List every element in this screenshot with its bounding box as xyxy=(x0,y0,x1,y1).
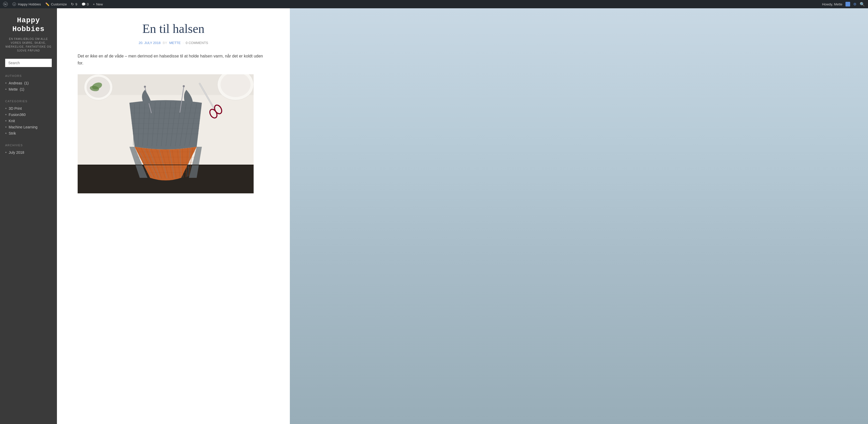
post-meta: 20. JULY 2018 BY METTE · 0 COMMENTS xyxy=(78,41,269,45)
svg-point-83 xyxy=(183,85,185,87)
archives-list: July 2018 xyxy=(5,149,52,156)
category-link-fusion360[interactable]: Fusion360 xyxy=(9,113,26,117)
category-knit[interactable]: Knit xyxy=(5,118,52,124)
right-background xyxy=(290,8,868,424)
post-date: 20. JULY 2018 xyxy=(139,41,161,45)
author-count-mette: (1) xyxy=(20,87,24,91)
post-comments: 0 COMMENTS xyxy=(186,41,208,45)
author-item-andreas[interactable]: Andreas (1) xyxy=(5,80,52,86)
categories-heading: CATEGORIES xyxy=(5,100,52,103)
archives-heading: ARCHIVES xyxy=(5,144,52,147)
category-ml[interactable]: Machine Learning xyxy=(5,124,52,130)
wp-logo-icon: W xyxy=(3,2,8,6)
customize-link[interactable]: ✏️ Customize xyxy=(45,2,67,6)
comments-link[interactable]: 💬 0 xyxy=(82,2,89,6)
archive-july2018[interactable]: July 2018 xyxy=(5,149,52,156)
category-fusion360[interactable]: Fusion360 xyxy=(5,112,52,118)
updates-icon: ↻ xyxy=(71,2,74,6)
svg-text:W: W xyxy=(4,3,7,6)
post-author: METTE xyxy=(169,41,181,45)
gray-knitting xyxy=(129,100,202,149)
category-link-3dprint[interactable]: 3D Print xyxy=(9,107,22,111)
comments-count: 0 xyxy=(87,2,89,6)
category-strik[interactable]: Strik xyxy=(5,130,52,137)
author-count-andreas: (1) xyxy=(24,81,29,85)
author-link-andreas[interactable]: Andreas (1) xyxy=(9,81,29,85)
comments-icon: 💬 xyxy=(82,2,86,6)
categories-list: 3D Print Fusion360 Knit Machine Learning… xyxy=(5,105,52,137)
wp-logo-link[interactable]: W xyxy=(3,2,8,6)
svg-text:H: H xyxy=(13,3,15,6)
post-separator: · xyxy=(183,41,184,45)
customize-icon: ✏️ xyxy=(45,2,50,6)
site-icon: H xyxy=(12,2,17,6)
blog-title: Happy Hobbies xyxy=(5,16,52,33)
updates-count: 9 xyxy=(75,2,77,6)
knitting-illustration xyxy=(78,74,254,193)
author-link-mette[interactable]: Mette (1) xyxy=(9,87,24,91)
main-content: En til halsen 20. JULY 2018 BY METTE · 0… xyxy=(57,8,290,424)
author-name-mette: Mette xyxy=(9,87,18,91)
updates-link[interactable]: ↻ 9 xyxy=(71,2,77,6)
page-wrapper: Happy Hobbies EN FAMILIEBLOG OM ALLE VOR… xyxy=(0,8,868,424)
admin-bar-icon-blue: ⚙ xyxy=(853,2,857,6)
plus-icon: + xyxy=(93,2,95,6)
category-3dprint[interactable]: 3D Print xyxy=(5,105,52,112)
authors-list: Andreas (1) Mette (1) xyxy=(5,80,52,92)
archive-link-july2018[interactable]: July 2018 xyxy=(9,150,24,155)
admin-bar: W H Happy Hobbies ✏️ Customize ↻ 9 💬 0 xyxy=(0,0,868,8)
admin-bar-right: Howdy, Mette ⚙ 🔍 xyxy=(822,2,865,7)
blog-subtitle: EN FAMILIEBLOG OM ALLE VORES SKØRE, SKÆV… xyxy=(5,37,52,53)
category-link-ml[interactable]: Machine Learning xyxy=(9,125,37,129)
category-link-knit[interactable]: Knit xyxy=(9,119,15,123)
admin-avatar[interactable] xyxy=(845,2,850,6)
post-by: BY xyxy=(163,41,167,45)
post-title: En til halsen xyxy=(78,21,269,36)
author-name-andreas: Andreas xyxy=(9,81,22,85)
search-icon-admin[interactable]: 🔍 xyxy=(860,2,865,7)
category-link-strik[interactable]: Strik xyxy=(9,131,16,135)
post-excerpt: Det er ikke en af de våde – men derimod … xyxy=(78,53,269,66)
svg-point-82 xyxy=(144,86,146,88)
authors-heading: AUTHORS xyxy=(5,74,52,78)
new-content-link[interactable]: + New xyxy=(93,2,103,6)
post-featured-image xyxy=(78,74,254,193)
sidebar: Happy Hobbies EN FAMILIEBLOG OM ALLE VOR… xyxy=(0,8,57,424)
search-input[interactable] xyxy=(5,59,52,67)
howdy-text: Howdy, Mette xyxy=(822,2,842,6)
new-label: New xyxy=(96,2,103,6)
site-name-link[interactable]: H Happy Hobbies xyxy=(12,2,41,6)
site-name: Happy Hobbies xyxy=(18,2,41,6)
customize-label: Customize xyxy=(51,2,67,6)
author-item-mette[interactable]: Mette (1) xyxy=(5,86,52,92)
